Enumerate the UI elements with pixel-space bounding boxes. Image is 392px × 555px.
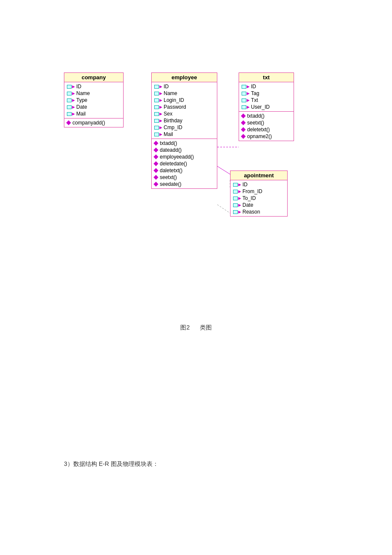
field-icon: ▶ <box>154 105 162 109</box>
method-row: deletetxt() <box>241 126 292 133</box>
field-row: ▶ Name <box>66 90 121 97</box>
method-icon <box>153 141 158 145</box>
method-row: seetxt() <box>241 119 292 126</box>
field-row: ▶ Type <box>66 97 121 104</box>
bottom-section: 3）数据结构 E-R 图及物理模块表： <box>64 460 159 468</box>
field-icon: ▶ <box>67 98 75 102</box>
bottom-text: 3）数据结构 E-R 图及物理模块表： <box>64 460 159 467</box>
field-label: ID <box>164 84 169 90</box>
field-icon: ▶ <box>242 98 250 102</box>
method-row: daletetxt() <box>153 167 215 174</box>
method-row: txtadd() <box>153 140 215 147</box>
field-label: Date <box>76 104 87 110</box>
method-row: opname2() <box>241 133 292 140</box>
method-label: txtadd() <box>247 113 265 119</box>
field-label: Mail <box>164 131 173 137</box>
method-icon <box>153 168 158 173</box>
field-label: ID <box>76 84 81 90</box>
method-icon <box>153 147 158 152</box>
diagram-area: company ▶ ID ▶ Name ▶ Type <box>0 68 392 315</box>
field-row: ▶ Sex <box>153 110 215 117</box>
method-label: txtadd() <box>160 140 177 146</box>
diagram-caption: 图2 类图 <box>0 324 392 332</box>
field-label: Cmp_ID <box>164 124 182 130</box>
method-row: seetxt() <box>153 174 215 181</box>
field-icon: ▶ <box>233 182 241 187</box>
method-label: deletedate() <box>160 161 187 167</box>
field-icon: ▶ <box>154 119 162 123</box>
field-label: From_ID <box>242 188 262 194</box>
field-icon: ▶ <box>154 84 162 89</box>
field-icon: ▶ <box>233 189 241 194</box>
field-label: ID <box>251 84 256 90</box>
method-label: employeeadd() <box>160 154 194 160</box>
employee-class-box: employee ▶ ID ▶ Name ▶ Login_ID <box>151 72 217 189</box>
field-row: ▶ Name <box>153 90 215 97</box>
method-row: seedate() <box>153 181 215 188</box>
method-row: dateadd() <box>153 147 215 153</box>
field-row: ▶ Password <box>153 104 215 110</box>
field-row: ▶ Birthday <box>153 117 215 124</box>
field-label: Date <box>242 202 253 208</box>
field-icon: ▶ <box>154 132 162 136</box>
method-icon <box>241 127 245 132</box>
method-icon <box>153 161 158 166</box>
field-label: Password <box>164 104 186 110</box>
field-row: ▶ ID <box>66 83 121 90</box>
method-row: employeeadd() <box>153 153 215 160</box>
method-row: companyadd() <box>66 119 121 126</box>
field-icon: ▶ <box>154 98 162 102</box>
company-methods-section: companyadd() <box>64 119 123 127</box>
field-icon: ▶ <box>242 91 250 95</box>
field-row: ▶ Date <box>66 104 121 110</box>
field-label: Txt <box>251 97 258 103</box>
field-label: ID <box>242 182 248 188</box>
field-label: Type <box>76 97 87 103</box>
field-label: Tag <box>251 90 259 96</box>
field-icon: ▶ <box>242 84 250 89</box>
method-label: seetxt() <box>160 174 177 180</box>
method-icon <box>66 120 71 125</box>
method-row: deletedate() <box>153 160 215 167</box>
caption-label: 图2 <box>180 324 190 331</box>
field-row: ▶ Tag <box>241 90 292 97</box>
employee-title: employee <box>152 73 217 82</box>
field-label: User_ID <box>251 104 270 110</box>
field-label: Reason <box>242 209 260 215</box>
field-icon: ▶ <box>67 105 75 109</box>
txt-methods-section: txtadd() seetxt() deletetxt() opname2() <box>239 112 294 141</box>
company-class-box: company ▶ ID ▶ Name ▶ Type <box>64 72 124 127</box>
apointment-class-box: apointment ▶ ID ▶ From_ID ▶ To_ID <box>230 171 288 217</box>
field-row: ▶ Login_ID <box>153 97 215 104</box>
field-row: ▶ Cmp_ID <box>153 124 215 131</box>
method-label: companyadd() <box>72 120 105 126</box>
apointment-fields-section: ▶ ID ▶ From_ID ▶ To_ID ▶ Date <box>231 180 287 216</box>
method-label: daletetxt() <box>160 168 182 173</box>
txt-title: txt <box>239 73 294 82</box>
company-title: company <box>64 73 123 82</box>
field-row: ▶ Txt <box>241 97 292 104</box>
field-row: ▶ Mail <box>66 110 121 117</box>
method-icon <box>241 113 245 118</box>
field-row: ▶ ID <box>241 83 292 90</box>
field-row: ▶ ID <box>153 83 215 90</box>
employee-fields-section: ▶ ID ▶ Name ▶ Login_ID ▶ Password <box>152 82 217 139</box>
field-row: ▶ Reason <box>232 208 285 215</box>
field-icon: ▶ <box>233 210 241 214</box>
method-label: opname2() <box>247 133 272 139</box>
field-icon: ▶ <box>67 91 75 95</box>
employee-methods-section: txtadd() dateadd() employeeadd() deleted… <box>152 139 217 188</box>
field-icon: ▶ <box>233 196 241 200</box>
method-icon <box>153 182 158 186</box>
method-row: txtadd() <box>241 113 292 119</box>
field-label: To_ID <box>242 195 256 201</box>
caption-text: 类图 <box>200 324 212 331</box>
field-row: ▶ User_ID <box>241 104 292 110</box>
field-label: Birthday <box>164 118 182 124</box>
txt-fields-section: ▶ ID ▶ Tag ▶ Txt ▶ User_ID <box>239 82 294 112</box>
method-icon <box>241 134 245 139</box>
method-label: seetxt() <box>247 120 264 126</box>
field-icon: ▶ <box>154 125 162 130</box>
txt-class-box: txt ▶ ID ▶ Tag ▶ Txt <box>239 72 294 141</box>
field-label: Login_ID <box>164 97 184 103</box>
